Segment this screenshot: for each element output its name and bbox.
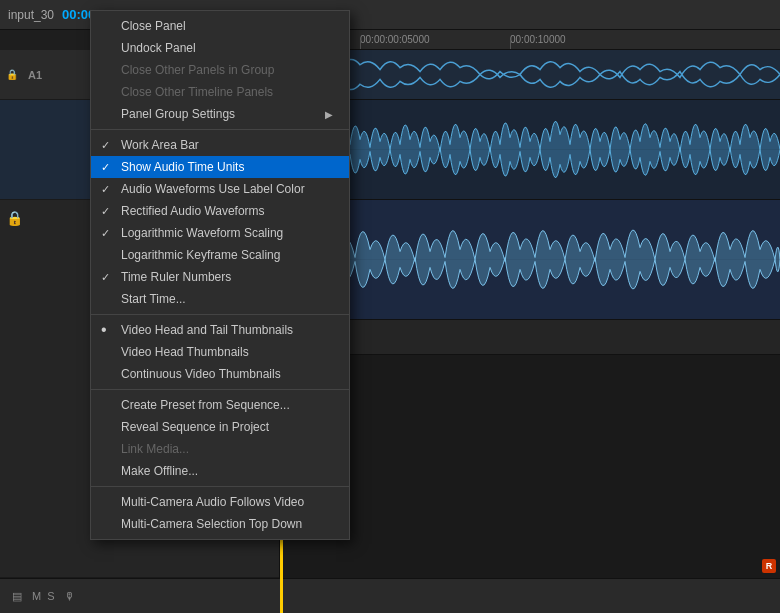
lock-icon-area: 🔒 bbox=[6, 210, 23, 226]
separator-2 bbox=[91, 314, 349, 315]
menu-item-link-media: Link Media... bbox=[91, 438, 349, 460]
menu-item-time-ruler-numbers[interactable]: ✓ Time Ruler Numbers bbox=[91, 266, 349, 288]
menu-item-panel-group-settings-label: Panel Group Settings bbox=[121, 107, 235, 121]
check-audio-waveforms-label-color: ✓ bbox=[101, 183, 110, 196]
lock-icon-a1: 🔒 bbox=[6, 69, 18, 80]
check-work-area-bar: ✓ bbox=[101, 139, 110, 152]
menu-item-continuous-video[interactable]: Continuous Video Thumbnails bbox=[91, 363, 349, 385]
menu-item-multi-camera-audio[interactable]: Multi-Camera Audio Follows Video bbox=[91, 491, 349, 513]
menu-item-logarithmic-keyframe-scaling-label: Logarithmic Keyframe Scaling bbox=[121, 248, 280, 262]
context-menu: Close Panel Undock Panel Close Other Pan… bbox=[90, 10, 350, 540]
ruler-tick-line-1 bbox=[360, 41, 361, 49]
menu-item-video-head-tail[interactable]: • Video Head and Tail Thumbnails bbox=[91, 319, 349, 341]
waveform-svg-3 bbox=[280, 200, 780, 319]
menu-item-time-ruler-numbers-label: Time Ruler Numbers bbox=[121, 270, 231, 284]
separator-4 bbox=[91, 486, 349, 487]
menu-item-multi-camera-selection-label: Multi-Camera Selection Top Down bbox=[121, 517, 302, 531]
menu-item-start-time-label: Start Time... bbox=[121, 292, 186, 306]
menu-item-audio-waveforms-label-color-label: Audio Waveforms Use Label Color bbox=[121, 182, 305, 196]
audio-track-3 bbox=[280, 200, 780, 320]
menu-item-link-media-label: Link Media... bbox=[121, 442, 189, 456]
separator-3 bbox=[91, 389, 349, 390]
menu-item-close-panel[interactable]: Close Panel bbox=[91, 15, 349, 37]
track-label-v1 bbox=[0, 543, 279, 578]
video-track-1 bbox=[280, 320, 780, 355]
menu-item-rectified-audio-waveforms[interactable]: ✓ Rectified Audio Waveforms bbox=[91, 200, 349, 222]
menu-item-video-head-label: Video Head Thumbnails bbox=[121, 345, 249, 359]
ruler-mark-1: 00:00:00:05000 bbox=[360, 34, 430, 45]
bottom-toolbar: ▤ M S 🎙 bbox=[0, 578, 780, 613]
menu-item-show-audio-time-units-label: Show Audio Time Units bbox=[121, 160, 244, 174]
menu-item-rectified-audio-waveforms-label: Rectified Audio Waveforms bbox=[121, 204, 265, 218]
mic-icon[interactable]: 🎙 bbox=[61, 587, 79, 605]
check-show-audio-time-units: ✓ bbox=[101, 161, 110, 174]
audio-track-2 bbox=[280, 100, 780, 200]
menu-item-close-other-panels-group: Close Other Panels in Group bbox=[91, 59, 349, 81]
menu-item-create-preset[interactable]: Create Preset from Sequence... bbox=[91, 394, 349, 416]
menu-item-reveal-sequence[interactable]: Reveal Sequence in Project bbox=[91, 416, 349, 438]
menu-item-logarithmic-waveform-scaling-label: Logarithmic Waveform Scaling bbox=[121, 226, 283, 240]
tracks-area bbox=[280, 50, 780, 578]
menu-item-make-offline-label: Make Offline... bbox=[121, 464, 198, 478]
waveform-svg-2 bbox=[280, 100, 780, 199]
menu-item-work-area-bar-label: Work Area Bar bbox=[121, 138, 199, 152]
menu-item-reveal-sequence-label: Reveal Sequence in Project bbox=[121, 420, 269, 434]
menu-item-show-audio-time-units[interactable]: ✓ Show Audio Time Units bbox=[91, 156, 349, 178]
menu-item-undock-panel-label: Undock Panel bbox=[121, 41, 196, 55]
waveform-svg-1 bbox=[280, 50, 780, 99]
menu-item-close-panel-label: Close Panel bbox=[121, 19, 186, 33]
menu-item-create-preset-label: Create Preset from Sequence... bbox=[121, 398, 290, 412]
menu-item-audio-waveforms-label-color[interactable]: ✓ Audio Waveforms Use Label Color bbox=[91, 178, 349, 200]
menu-item-close-other-timeline: Close Other Timeline Panels bbox=[91, 81, 349, 103]
menu-item-panel-group-settings[interactable]: Panel Group Settings ▶ bbox=[91, 103, 349, 125]
separator-1 bbox=[91, 129, 349, 130]
menu-item-close-other-panels-group-label: Close Other Panels in Group bbox=[121, 63, 274, 77]
menu-item-logarithmic-keyframe-scaling[interactable]: Logarithmic Keyframe Scaling bbox=[91, 244, 349, 266]
check-rectified-audio-waveforms: ✓ bbox=[101, 205, 110, 218]
submenu-arrow-panel-group: ▶ bbox=[325, 109, 333, 120]
ruler-tick-line-2 bbox=[510, 41, 511, 49]
menu-item-video-head-tail-label: Video Head and Tail Thumbnails bbox=[121, 323, 293, 337]
menu-item-continuous-video-label: Continuous Video Thumbnails bbox=[121, 367, 281, 381]
window-title: input_30 bbox=[8, 8, 54, 22]
m-button[interactable]: M bbox=[32, 590, 41, 602]
r-badge: R bbox=[762, 559, 776, 573]
menu-item-make-offline[interactable]: Make Offline... bbox=[91, 460, 349, 482]
menu-item-start-time[interactable]: Start Time... bbox=[91, 288, 349, 310]
timeline-ruler: 00:00:00:05000 00:00:10000 bbox=[280, 30, 780, 50]
dot-video-head-tail: • bbox=[101, 322, 107, 338]
menu-item-work-area-bar[interactable]: ✓ Work Area Bar bbox=[91, 134, 349, 156]
ruler-mark-2: 00:00:10000 bbox=[510, 34, 566, 45]
menu-item-undock-panel[interactable]: Undock Panel bbox=[91, 37, 349, 59]
track-name-a1: A1 bbox=[28, 69, 42, 81]
film-strip-icon[interactable]: ▤ bbox=[8, 587, 26, 605]
menu-item-video-head[interactable]: Video Head Thumbnails bbox=[91, 341, 349, 363]
menu-item-multi-camera-audio-label: Multi-Camera Audio Follows Video bbox=[121, 495, 304, 509]
check-time-ruler-numbers: ✓ bbox=[101, 271, 110, 284]
menu-item-logarithmic-waveform-scaling[interactable]: ✓ Logarithmic Waveform Scaling bbox=[91, 222, 349, 244]
check-logarithmic-waveform-scaling: ✓ bbox=[101, 227, 110, 240]
audio-track-1 bbox=[280, 50, 780, 100]
menu-item-close-other-timeline-label: Close Other Timeline Panels bbox=[121, 85, 273, 99]
s-button[interactable]: S bbox=[47, 590, 54, 602]
menu-item-multi-camera-selection[interactable]: Multi-Camera Selection Top Down bbox=[91, 513, 349, 535]
